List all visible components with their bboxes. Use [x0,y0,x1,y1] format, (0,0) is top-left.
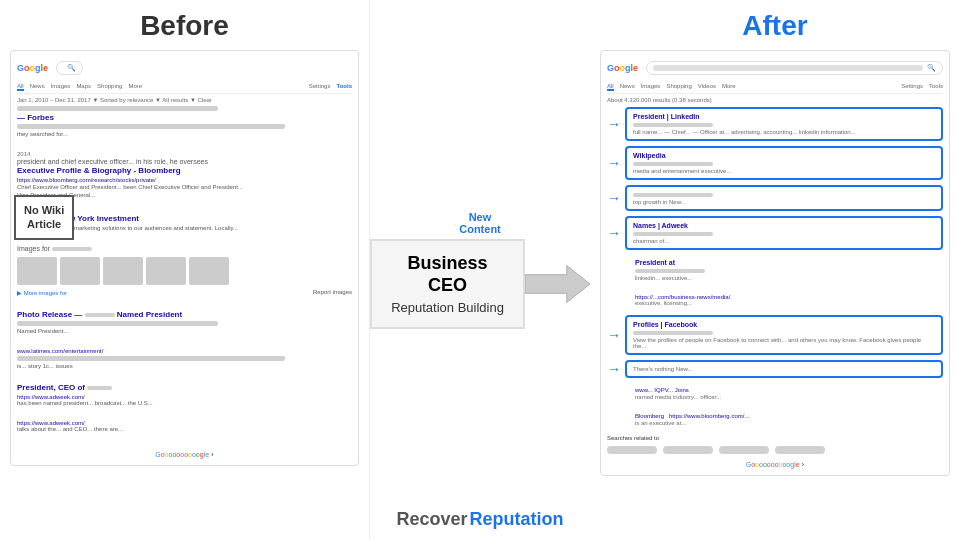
search-tabs-before: All News Images Maps Shopping More Setti… [17,83,352,94]
google-logo-before: Google [17,63,48,73]
after-result-linkedin: → President | LinkedIn full name... — Ch… [607,107,943,141]
result-box-linkedin: President | LinkedIn full name... — Chie… [625,107,943,141]
after-title: After [600,10,950,42]
reputation-text: Reputation [470,509,564,530]
after-result-bloomberg: Bloomberg https://www.bloomberg.com/... … [607,409,943,430]
after-result-joins: www... IQPV... Joins named media industr… [607,383,943,404]
before-section: Before No WikiArticle Google 🔍 All News … [0,0,370,540]
date-range-before: Jan 1, 2010 – Dec 31, 2017 ▼ Sorted by r… [17,97,352,103]
after-result-napster: → top growth in New... [607,185,943,211]
searches-related: Searches related to [607,435,943,456]
main-container: Before No WikiArticle Google 🔍 All News … [0,0,960,540]
arrow-container: NewContent Business CEO Reputation Build… [370,211,590,329]
before-google-mock: Google 🔍 All News Images Maps Shopping M… [10,50,359,466]
result-box-wikipedia: Wikipedia media and entertainment execut… [625,146,943,180]
right-arrow-icon [525,259,590,309]
goog-footer-before: Goooooooooogle › [17,450,352,459]
after-result-adweek: → Names | Adweek chairman of... [607,216,943,250]
branding-bar: RecoverReputation [396,509,563,530]
business-ceo-subtitle: Reputation Building [390,300,505,315]
after-result-media: https://...com/business-news/media/ exec… [607,290,943,310]
search-tabs-after: All News Images Shopping Videos More Set… [607,83,943,94]
result-item-adweek2: https://www.adweek.com/ talks about the.… [17,420,352,438]
google-footer-before: Goooooooooogle › [17,450,352,459]
arrow-linkedin: → [607,116,621,132]
new-content-label: NewContent [459,211,501,235]
arrow-facebook: → [607,327,621,343]
images-row [17,257,352,285]
result-box-napster: top growth in New... [625,185,943,211]
after-result-wikipedia: → Wikipedia media and entertainment exec… [607,146,943,180]
arrow-wikipedia: → [607,155,621,171]
search-bar-after[interactable]: 🔍 [646,61,943,75]
business-ceo-title: Business CEO [390,253,505,296]
arrow-nothing-new: → [607,361,621,377]
after-result-president: President at linkedin... executive... [607,255,943,285]
result-box-president: President at linkedin... executive... [629,255,943,285]
result-box-bloomberg-after: Bloomberg https://www.bloomberg.com/... … [629,409,943,430]
google-logo-after: Google [607,63,638,73]
result-item-latimes: www.latimes.com/entertainment/ is... sto… [17,348,352,375]
after-google-mock: Google 🔍 All News Images Shopping Videos… [600,50,950,476]
google-footer-after: Goooooooooogle › [607,460,943,469]
result-item-images: Images for ▶ More images for Report imag… [17,245,352,302]
search-bar-before[interactable]: 🔍 [56,61,83,75]
result-item-forbes: — Forbes they searched for... [17,106,352,143]
middle-section: NewContent Business CEO Reputation Build… [370,0,590,540]
arrow-napster: → [607,190,621,206]
result-box-adweek: Names | Adweek chairman of... [625,216,943,250]
recover-text: Recover [396,509,467,530]
no-wiki-label: No WikiArticle [14,195,74,240]
goog-footer-after: Goooooooooogle › [607,460,943,469]
business-ceo-box: Business CEO Reputation Building [370,239,525,329]
result-item-president-ceo: President, CEO of https://www.adweek.com… [17,383,352,412]
arrow-adweek: → [607,225,621,241]
after-result-nothing-new: → There's nothing New... [607,360,943,378]
search-count-after: About 4,320,000 results (0.38 seconds) [607,97,943,103]
result-box-media: https://...com/business-news/media/ exec… [629,290,943,310]
after-section: After Google 🔍 All News Images Shopping … [590,0,960,540]
result-item-photo-release: Photo Release — Named President Named Pr… [17,310,352,340]
after-result-facebook: → Profiles | Facebook View the profiles … [607,315,943,355]
result-box-facebook: Profiles | Facebook View the profiles of… [625,315,943,355]
result-box-nothing-new: There's nothing New... [625,360,943,378]
svg-marker-0 [525,265,590,302]
result-box-joins: www... IQPV... Joins named media industr… [629,383,943,404]
before-title: Before [10,10,359,42]
